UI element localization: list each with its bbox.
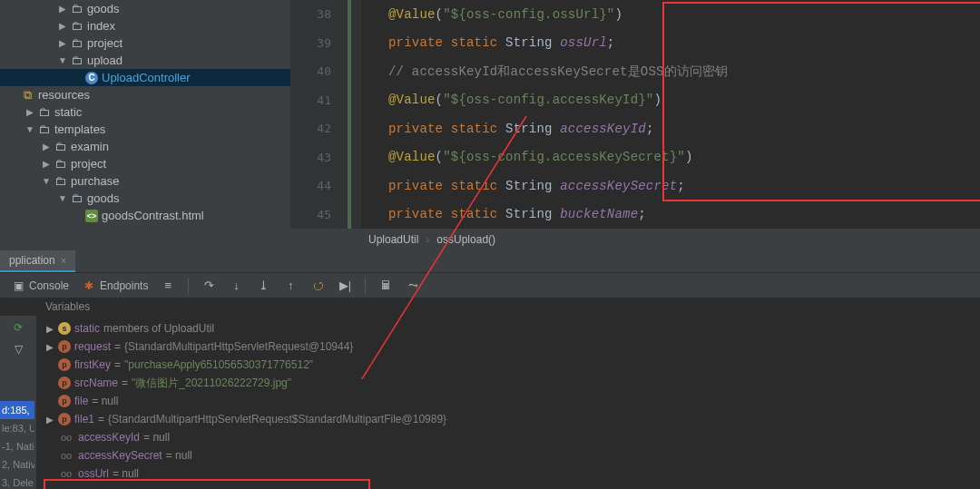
tree-item-label: templates [54,122,105,136]
filter-icon[interactable]: ▽ [8,341,28,357]
trace-icon[interactable]: ⤳ [406,279,420,293]
project-tree[interactable]: ▶🗀goods▶🗀index▶🗀project▼🗀uploadCUploadCo… [0,0,290,250]
code-line[interactable]: 44private static String accessKeySecret; [290,171,729,200]
code-line[interactable]: 43@Value("${oss-config.accessKeySecret}"… [290,143,729,172]
drop-frame-icon[interactable]: ⭯ [310,279,325,293]
line-number[interactable]: 45 [290,200,340,230]
stack-frame[interactable]: 2, Nativ [0,455,34,474]
gutter-mark [340,171,361,200]
tree-item-label: project [71,157,106,171]
variable-row[interactable]: ▶sstatic members of UploadUtil [36,319,980,337]
tree-item-static[interactable]: ▶🗀static [0,103,290,121]
code-text[interactable]: private static String accessKeySecret; [361,179,729,193]
variables-panel[interactable]: ▶sstatic members of UploadUtil▶prequest … [36,316,980,489]
caret-icon[interactable]: ▶ [58,38,67,48]
code-text[interactable]: private static String bucketName; [361,207,729,221]
code-editor[interactable]: 38@Value("${oss-config.ossUrl}")39privat… [290,0,980,250]
code-text[interactable]: private static String accessKeyId; [361,122,729,136]
variable-row[interactable]: psrcName = "微信图片_20211026222729.jpg" [36,374,980,392]
evaluate-icon[interactable]: 🖩 [378,279,393,293]
rerun-icon[interactable]: ⟳ [8,319,28,336]
variable-row[interactable]: pfirstKey = "purchaseApply65105653037177… [36,356,980,374]
folder-icon: 🗀 [69,19,83,34]
step-over-icon[interactable]: ↷ [201,279,216,293]
code-text[interactable]: @Value("${oss-config.accessKeyId}") [361,93,729,107]
variable-row[interactable]: ooaccessKeySecret = null [36,446,980,465]
code-line[interactable]: 38@Value("${oss-config.ossUrl}") [290,0,729,29]
code-line[interactable]: 40// accessKeyId和accessKeySecret是OSS的访问密… [290,57,729,86]
line-number[interactable]: 42 [290,114,340,143]
line-number[interactable]: 40 [290,57,340,86]
code-text[interactable]: private static String ossUrl; [361,35,729,50]
caret-icon[interactable]: ▶ [45,415,54,425]
variable-row[interactable]: ooaccessKeyId = null [36,428,980,446]
frames-panel[interactable]: d:185,le:83, U-1, Nati2, Nativ3, Dele98,… [0,401,34,489]
folder-icon: 🗀 [69,54,83,68]
caret-icon[interactable]: ▼ [58,55,67,65]
step-out-icon[interactable]: ↑ [283,279,298,293]
variable-row[interactable]: ▶prequest = {StandardMultipartHttpServle… [36,337,980,356]
variable-name: file1 [74,413,94,425]
run-to-cursor-icon[interactable]: ▶| [338,279,352,293]
tree-item-project[interactable]: ▶🗀project [0,155,290,172]
tool-window-tabs[interactable]: pplication × [0,250,980,272]
tree-item-uploadcontroller[interactable]: CUploadController [0,69,290,86]
tree-item-project[interactable]: ▶🗀project [0,34,290,52]
step-into-icon[interactable]: ↓ [229,279,243,293]
caret-icon[interactable]: ▼ [25,124,34,134]
code-line[interactable]: 45private static String bucketName; [290,200,729,230]
variable-value: "purchaseApply651056530371776512" [124,358,313,371]
tree-item-index[interactable]: ▶🗀index [0,17,290,34]
breadcrumb[interactable]: UploadUtil › ossUpload() [290,229,980,250]
tree-item-goodscontrast-html[interactable]: <>goodsContrast.html [0,207,290,224]
code-line[interactable]: 42private static String accessKeyId; [290,114,729,143]
line-number[interactable]: 41 [290,86,340,115]
field-icon: p [58,377,71,389]
breadcrumb-item[interactable]: ossUpload() [436,233,495,246]
variable-value: {StandardMultipartHttpServletRequest$Sta… [108,413,446,425]
variable-name: static [74,322,100,335]
caret-icon[interactable]: ▶ [42,159,51,169]
line-number[interactable]: 38 [290,0,340,29]
breadcrumb-item[interactable]: UploadUtil [368,233,418,246]
code-text[interactable]: // accessKeyId和accessKeySecret是OSS的访问密钥 [361,64,729,80]
code-text[interactable]: @Value("${oss-config.accessKeySecret}") [361,150,729,164]
caret-icon[interactable]: ▶ [42,142,51,152]
tree-item-goods[interactable]: ▶🗀goods [0,0,290,17]
layout-icon[interactable]: ≡ [161,279,175,293]
caret-icon[interactable]: ▶ [45,324,54,334]
tree-item-upload[interactable]: ▼🗀upload [0,52,290,69]
caret-icon[interactable]: ▼ [42,176,51,186]
force-step-into-icon[interactable]: ⤓ [256,279,270,293]
code-line[interactable]: 39private static String ossUrl; [290,29,729,58]
caret-icon[interactable]: ▶ [58,4,67,14]
tree-item-examin[interactable]: ▶🗀examin [0,138,290,155]
stack-frame[interactable]: d:185, [0,401,34,419]
tree-item-goods[interactable]: ▼🗀goods [0,190,290,207]
close-icon[interactable]: × [61,255,66,266]
caret-icon[interactable]: ▼ [58,193,67,203]
variable-row[interactable]: ooossUrl = null [36,465,980,483]
tab-endpoints[interactable]: ✱ Endpoints [82,279,148,293]
variable-row[interactable]: ▶pfile1 = {StandardMultipartHttpServletR… [36,410,980,428]
line-number[interactable]: 39 [290,29,340,58]
caret-icon[interactable]: ▶ [58,21,67,31]
line-number[interactable]: 43 [290,143,340,172]
variable-row[interactable]: pfile = null [36,392,980,410]
tree-item-label: project [87,36,122,50]
caret-icon[interactable]: ▶ [25,107,34,117]
stack-frame[interactable]: le:83, U [0,419,34,437]
field-icon: p [58,395,71,407]
tree-item-resources[interactable]: ⧉resources [0,86,290,103]
tab-console[interactable]: ▣ Console [11,279,69,293]
variables-header: Variables [0,298,980,316]
code-text[interactable]: @Value("${oss-config.ossUrl}") [361,7,729,22]
tree-item-purchase[interactable]: ▼🗀purchase [0,172,290,190]
caret-icon[interactable]: ▶ [45,342,54,352]
line-number[interactable]: 44 [290,171,340,200]
code-line[interactable]: 41@Value("${oss-config.accessKeyId}") [290,86,729,115]
stack-frame[interactable]: -1, Nati [0,437,34,455]
tab-application[interactable]: pplication × [0,250,75,272]
stack-frame[interactable]: 3, Dele [0,474,34,489]
tree-item-templates[interactable]: ▼🗀templates [0,121,290,138]
